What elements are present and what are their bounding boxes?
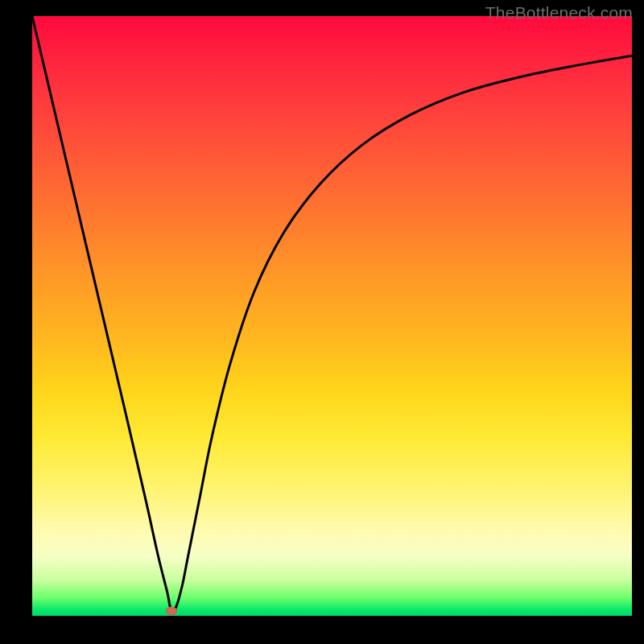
chart-frame: TheBottleneck.com — [0, 0, 644, 644]
minimum-marker — [166, 607, 177, 616]
bottleneck-curve — [32, 16, 632, 616]
plot-area — [32, 16, 632, 616]
watermark-text: TheBottleneck.com — [485, 3, 633, 23]
curve-path — [32, 16, 632, 612]
